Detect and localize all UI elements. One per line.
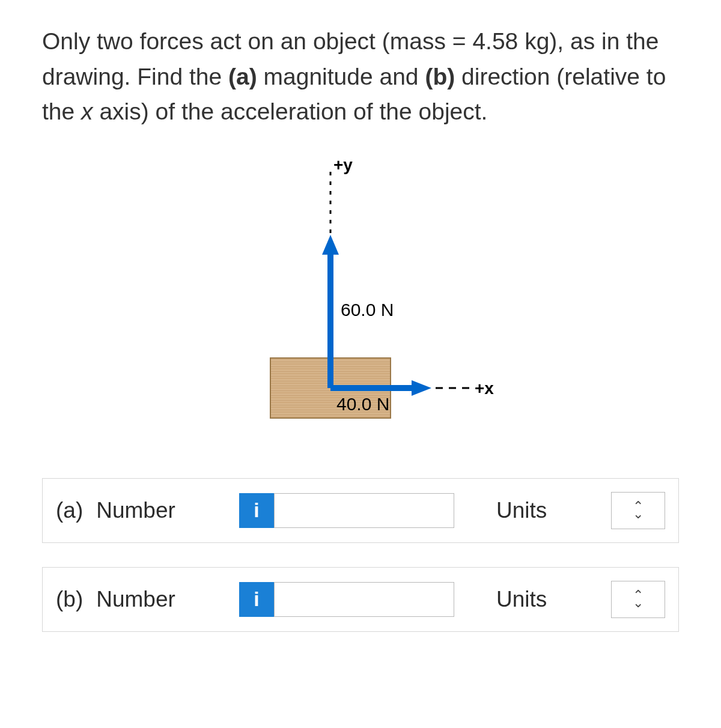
part-label-b: (b) <box>56 587 83 612</box>
chevron-updown-icon: ⌃⌄ <box>633 503 643 517</box>
number-input-b[interactable] <box>274 582 454 617</box>
units-label-b: Units <box>496 587 547 612</box>
answer-row-b: (b) Number i Units ⌃⌄ <box>42 567 679 632</box>
horizontal-force-label: 40.0 N <box>336 394 389 414</box>
part-label-a: (a) <box>56 498 83 523</box>
x-axis-label: +x <box>475 379 494 398</box>
number-input-a[interactable] <box>274 493 454 528</box>
y-axis-label: +y <box>333 160 353 174</box>
answer-label-b: (b) Number <box>56 587 239 612</box>
question-suffix: axis) of the acceleration of the object. <box>93 99 488 124</box>
question-text: Only two forces act on an object (mass =… <box>42 24 679 130</box>
question-page: Only two forces act on an object (mass =… <box>0 0 721 692</box>
info-icon[interactable]: i <box>239 493 274 528</box>
question-mid1: magnitude and <box>257 64 425 89</box>
number-label-a: Number <box>96 498 175 523</box>
chevron-updown-icon: ⌃⌄ <box>633 592 643 606</box>
units-label-a: Units <box>496 498 547 523</box>
answer-label-a: (a) Number <box>56 498 239 523</box>
units-select-b[interactable]: ⌃⌄ <box>611 581 665 618</box>
vertical-force-arrowhead <box>322 235 339 255</box>
vertical-force-label: 60.0 N <box>341 300 394 320</box>
x-var: x <box>81 99 93 124</box>
info-icon[interactable]: i <box>239 582 274 617</box>
number-label-b: Number <box>96 587 175 612</box>
horizontal-force-arrowhead <box>412 380 431 396</box>
answer-row-a: (a) Number i Units ⌃⌄ <box>42 478 679 543</box>
part-a-bold: (a) <box>228 64 257 89</box>
force-diagram: +y 60.0 N 40.0 N +x <box>222 160 499 442</box>
units-select-a[interactable]: ⌃⌄ <box>611 492 665 529</box>
force-diagram-wrap: +y 60.0 N 40.0 N +x <box>42 160 679 442</box>
part-b-bold: (b) <box>425 64 455 89</box>
